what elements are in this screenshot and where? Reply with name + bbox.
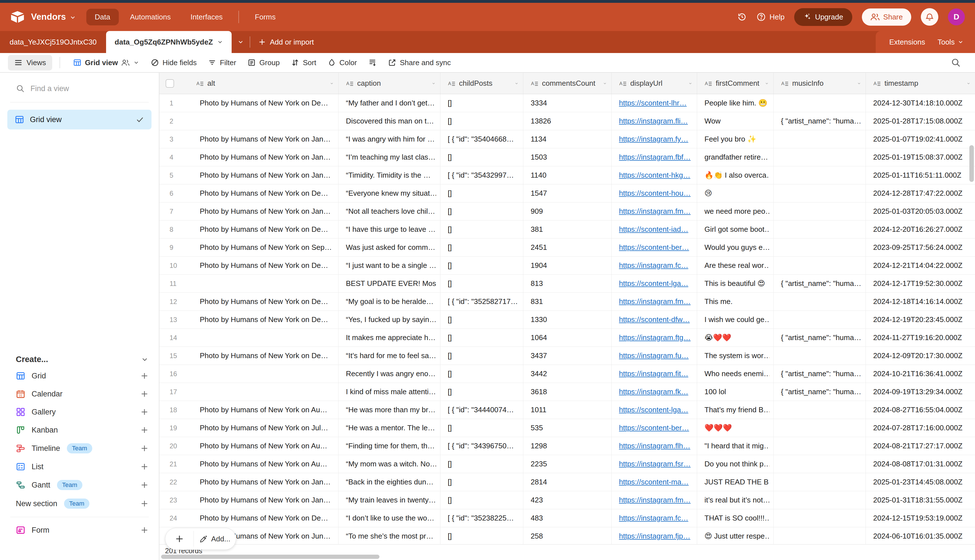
- column-header-alt[interactable]: A alt: [159, 73, 339, 94]
- cell-alt[interactable]: 19 Photo by Humans of New York on Jul…: [159, 419, 339, 437]
- cell-alt[interactable]: 21 Photo by Humans of New York on Au…: [159, 455, 339, 473]
- cell-alt[interactable]: 10 Photo by Humans of New York on De…: [159, 257, 339, 274]
- cell-musicInfo[interactable]: [773, 167, 866, 184]
- cell-displayUrl[interactable]: https://instagram.fm…: [612, 202, 697, 220]
- tab-automations[interactable]: Automations: [122, 9, 179, 25]
- cell-commentsCount[interactable]: 2451: [523, 238, 612, 256]
- cell-firstComment[interactable]: People like him. 😬: [697, 94, 773, 112]
- cell-timestamp[interactable]: 2024-12-21T14:04:22.000Z: [866, 257, 975, 274]
- cell-alt[interactable]: 15 Photo by Humans of New York on De…: [159, 347, 339, 365]
- cell-alt[interactable]: 12 Photo by Humans of New York on De…: [159, 293, 339, 310]
- cell-musicInfo[interactable]: [773, 419, 866, 437]
- cell-commentsCount[interactable]: 423: [523, 491, 612, 509]
- workspace-chevron-icon[interactable]: [69, 14, 76, 21]
- cell-musicInfo[interactable]: [773, 148, 866, 166]
- cell-timestamp[interactable]: 2024-12-17T19:52:30.000Z: [866, 275, 975, 292]
- cell-alt[interactable]: 4 Photo by Humans of New York on Jan…: [159, 148, 339, 166]
- table-list-chevron[interactable]: [232, 31, 250, 53]
- cell-displayUrl[interactable]: https://scontent-ma…: [612, 473, 697, 491]
- find-view-search[interactable]: Find a view: [16, 84, 149, 93]
- add-record-button[interactable]: [165, 528, 194, 550]
- cell-firstComment[interactable]: That’s my friend B…: [697, 401, 773, 419]
- upgrade-button[interactable]: Upgrade: [794, 8, 852, 26]
- grid-view-selector[interactable]: Grid view: [67, 55, 145, 70]
- cell-musicInfo[interactable]: [773, 509, 866, 527]
- display-url-link[interactable]: https://scontent-lga…: [619, 405, 688, 414]
- cell-firstComment[interactable]: Are these real wor…: [697, 257, 773, 274]
- cell-alt[interactable]: 6 Photo by Humans of New York on De…: [159, 184, 339, 202]
- cell-timestamp[interactable]: 2024-07-28T17:16:00.000Z: [866, 419, 975, 437]
- color-button[interactable]: Color: [322, 55, 362, 70]
- create-section-header[interactable]: Create...: [16, 355, 149, 364]
- cell-childPosts[interactable]: []: [441, 383, 523, 401]
- cell-timestamp[interactable]: 2025-01-11T16:51:11.000Z: [866, 167, 975, 184]
- views-button[interactable]: Views: [8, 55, 52, 70]
- display-url-link[interactable]: https://instagram.fit…: [619, 369, 688, 378]
- cell-displayUrl[interactable]: https://scontent-lhr…: [612, 94, 697, 112]
- tab-interfaces[interactable]: Interfaces: [182, 9, 231, 25]
- cell-musicInfo[interactable]: { "artist_name": "huma…: [773, 383, 866, 401]
- cell-childPosts[interactable]: []: [441, 184, 523, 202]
- cell-musicInfo[interactable]: [773, 437, 866, 455]
- cell-displayUrl[interactable]: https://scontent-hou…: [612, 184, 697, 202]
- display-url-link[interactable]: https://instagram.fc…: [619, 514, 688, 522]
- cell-timestamp[interactable]: 2024-08-21T17:27:17.000Z: [866, 437, 975, 455]
- column-header-commentsCount[interactable]: A commentsCount: [523, 73, 612, 94]
- cell-caption[interactable]: It makes me appreciate h…: [339, 329, 441, 347]
- search-button[interactable]: [951, 58, 961, 68]
- cell-timestamp[interactable]: 2024-06-10T16:01:35.000Z: [866, 527, 975, 544]
- display-url-link[interactable]: https://scontent-ber…: [619, 423, 689, 432]
- display-url-link[interactable]: https://instagram.fk…: [619, 387, 688, 396]
- cell-musicInfo[interactable]: [773, 130, 866, 148]
- cell-timestamp[interactable]: 2025-01-28T17:15:08.000Z: [866, 112, 975, 130]
- cell-firstComment[interactable]: The system is wor…: [697, 347, 773, 365]
- display-url-link[interactable]: https://instagram.fm…: [619, 297, 691, 306]
- tools-button[interactable]: Tools: [937, 38, 964, 47]
- cell-displayUrl[interactable]: https://scontent-dfw…: [612, 311, 697, 328]
- cell-timestamp[interactable]: 2024-12-09T20:17:30.000Z: [866, 347, 975, 365]
- cell-childPosts[interactable]: [ { "id": "35432997…: [441, 167, 523, 184]
- history-button[interactable]: [737, 12, 747, 22]
- cell-musicInfo[interactable]: [773, 347, 866, 365]
- plus-icon[interactable]: [140, 481, 149, 489]
- cell-caption[interactable]: “I don’t like to use the wo…: [339, 509, 441, 527]
- plus-icon[interactable]: [140, 499, 149, 508]
- cell-alt[interactable]: 20 Photo by Humans of New York on Au…: [159, 437, 339, 455]
- sidebar-create-item[interactable]: 31 Calendar: [0, 385, 159, 403]
- cell-timestamp[interactable]: 2024-08-08T17:01:31.000Z: [866, 455, 975, 473]
- cell-timestamp[interactable]: 2025-01-07T19:02:41.000Z: [866, 130, 975, 148]
- cell-alt[interactable]: 24 Photo by Humans of New York on De…: [159, 509, 339, 527]
- cell-musicInfo[interactable]: [773, 311, 866, 328]
- display-url-link[interactable]: https://instagram.fjp…: [619, 532, 690, 540]
- cell-childPosts[interactable]: []: [441, 148, 523, 166]
- cell-musicInfo[interactable]: [773, 401, 866, 419]
- cell-timestamp[interactable]: 2024-08-27T16:55:04.000Z: [866, 401, 975, 419]
- display-url-link[interactable]: https://scontent-iad…: [619, 225, 688, 234]
- cell-timestamp[interactable]: 2024-11-27T19:16:20.000Z: [866, 329, 975, 347]
- cell-displayUrl[interactable]: https://instagram.fsr…: [612, 455, 697, 473]
- cell-displayUrl[interactable]: https://instagram.fjp…: [612, 527, 697, 544]
- cell-firstComment[interactable]: I wish we could ge…: [697, 311, 773, 328]
- cell-childPosts[interactable]: []: [441, 202, 523, 220]
- column-header-displayUrl[interactable]: A displayUrl: [612, 73, 697, 94]
- cell-alt[interactable]: 5 Photo by Humans of New York on Jan…: [159, 167, 339, 184]
- cell-caption[interactable]: “I’m teaching my last clas…: [339, 148, 441, 166]
- cell-commentsCount[interactable]: 3618: [523, 383, 612, 401]
- cell-alt[interactable]: 14: [159, 329, 339, 347]
- cell-musicInfo[interactable]: { "artist_name": "huma…: [773, 112, 866, 130]
- notifications-button[interactable]: [921, 8, 938, 26]
- cell-firstComment[interactable]: Do you not think p…: [697, 455, 773, 473]
- cell-alt[interactable]: 11: [159, 275, 339, 292]
- cell-childPosts[interactable]: []: [441, 220, 523, 238]
- cell-childPosts[interactable]: []: [441, 275, 523, 292]
- sidebar-create-item[interactable]: Gallery: [0, 403, 159, 421]
- cell-displayUrl[interactable]: https://instagram.fc…: [612, 257, 697, 274]
- hide-fields-button[interactable]: Hide fields: [145, 55, 202, 70]
- cell-timestamp[interactable]: 2024-12-18T14:16:14.000Z: [866, 293, 975, 310]
- cell-alt[interactable]: 22 Photo by Humans of New York on Jan…: [159, 473, 339, 491]
- sort-button[interactable]: Sort: [285, 55, 322, 70]
- filter-button[interactable]: Filter: [202, 55, 242, 70]
- cell-timestamp[interactable]: 2024-12-15T19:53:19.000Z: [866, 509, 975, 527]
- cell-timestamp[interactable]: 2024-09-19T13:29:34.000Z: [866, 383, 975, 401]
- sidebar-create-item[interactable]: Form: [0, 521, 159, 539]
